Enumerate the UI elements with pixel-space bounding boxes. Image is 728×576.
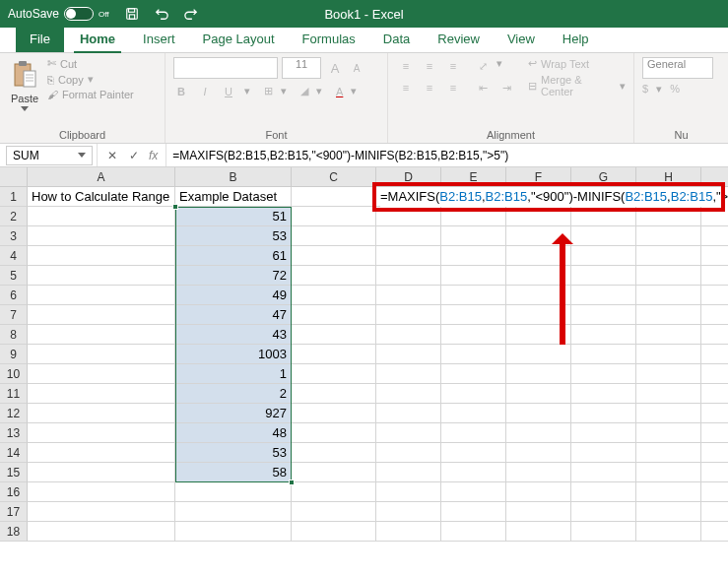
row-header-7[interactable]: 7 xyxy=(0,305,28,325)
cell-C8[interactable] xyxy=(292,325,376,345)
cell-I12[interactable] xyxy=(701,404,728,423)
percent-button[interactable]: % xyxy=(670,83,680,96)
cell-I10[interactable] xyxy=(701,364,728,384)
cell-E11[interactable] xyxy=(441,384,506,404)
select-all-corner[interactable] xyxy=(0,167,28,187)
cell-B2[interactable]: 51 xyxy=(175,207,292,226)
cell-F4[interactable] xyxy=(506,246,571,266)
cell-C11[interactable] xyxy=(292,384,376,404)
cell-E15[interactable] xyxy=(441,463,506,482)
cell-I6[interactable] xyxy=(701,286,728,305)
align-left-icon[interactable]: ≡ xyxy=(396,79,416,96)
copy-button[interactable]: ⎘Copy▾ xyxy=(47,73,134,86)
cell-D9[interactable] xyxy=(376,345,441,364)
cell-E9[interactable] xyxy=(441,345,506,364)
cell-E2[interactable] xyxy=(441,207,506,226)
cell-D5[interactable] xyxy=(376,266,441,286)
cell-B12[interactable]: 927 xyxy=(175,404,292,423)
cell-D16[interactable] xyxy=(376,482,441,502)
row-header-6[interactable]: 6 xyxy=(0,286,28,305)
save-icon[interactable] xyxy=(123,5,141,23)
formula-input[interactable]: =MAXIFS(B2:B15,B2:B15,"<900")-MINIFS(B2:… xyxy=(165,144,728,166)
cell-G16[interactable] xyxy=(571,482,636,502)
cell-B16[interactable] xyxy=(175,482,292,502)
align-center-icon[interactable]: ≡ xyxy=(420,79,439,96)
cell-H10[interactable] xyxy=(636,364,701,384)
cell-C17[interactable] xyxy=(292,502,376,522)
decrease-indent-icon[interactable]: ⇤ xyxy=(473,79,493,96)
toggle-switch[interactable] xyxy=(64,7,94,21)
redo-icon[interactable] xyxy=(182,5,200,23)
cell-H15[interactable] xyxy=(636,463,701,482)
tab-home[interactable]: Home xyxy=(66,28,129,52)
cell-I16[interactable] xyxy=(701,482,728,502)
cut-button[interactable]: ✄Cut xyxy=(47,57,134,70)
cell-A2[interactable] xyxy=(28,207,175,226)
spreadsheet-grid[interactable]: ABCDEFGHI 123456789101112131415161718 Ho… xyxy=(0,167,728,576)
col-header-g[interactable]: G xyxy=(571,167,636,187)
cell-D3[interactable] xyxy=(376,226,441,246)
enter-icon[interactable]: ✓ xyxy=(127,149,141,162)
row-header-8[interactable]: 8 xyxy=(0,325,28,345)
align-right-icon[interactable]: ≡ xyxy=(443,79,463,96)
cell-H8[interactable] xyxy=(636,325,701,345)
cell-E14[interactable] xyxy=(441,443,506,463)
row-header-11[interactable]: 11 xyxy=(0,384,28,404)
cell-H7[interactable] xyxy=(636,305,701,325)
cell-A4[interactable] xyxy=(28,246,175,266)
cell-C6[interactable] xyxy=(292,286,376,305)
row-header-10[interactable]: 10 xyxy=(0,364,28,384)
cell-D13[interactable] xyxy=(376,423,441,443)
cell-G10[interactable] xyxy=(571,364,636,384)
cell-D6[interactable] xyxy=(376,286,441,305)
cell-C1[interactable] xyxy=(292,187,376,207)
cell-G17[interactable] xyxy=(571,502,636,522)
cell-G15[interactable] xyxy=(571,463,636,482)
col-header-c[interactable]: C xyxy=(292,167,376,187)
cell-A16[interactable] xyxy=(28,482,175,502)
cell-B4[interactable]: 61 xyxy=(175,246,292,266)
cell-G18[interactable] xyxy=(571,522,636,542)
col-header-h[interactable]: H xyxy=(636,167,701,187)
cell-C16[interactable] xyxy=(292,482,376,502)
row-header-15[interactable]: 15 xyxy=(0,463,28,482)
cell-B10[interactable]: 1 xyxy=(175,364,292,384)
cell-A18[interactable] xyxy=(28,522,175,542)
cell-C2[interactable] xyxy=(292,207,376,226)
row-header-1[interactable]: 1 xyxy=(0,187,28,207)
cell-G8[interactable] xyxy=(571,325,636,345)
cell-G11[interactable] xyxy=(571,384,636,404)
selection-handle-tl[interactable] xyxy=(172,204,178,210)
tab-data[interactable]: Data xyxy=(369,28,424,52)
cell-E18[interactable] xyxy=(441,522,506,542)
row-header-12[interactable]: 12 xyxy=(0,404,28,423)
cell-F5[interactable] xyxy=(506,266,571,286)
align-top-icon[interactable]: ≡ xyxy=(396,57,416,75)
cell-A11[interactable] xyxy=(28,384,175,404)
cell-H4[interactable] xyxy=(636,246,701,266)
col-header-i[interactable]: I xyxy=(701,167,728,187)
cell-F18[interactable] xyxy=(506,522,571,542)
cell-H17[interactable] xyxy=(636,502,701,522)
decrease-font-icon[interactable]: A xyxy=(347,58,366,78)
cell-A9[interactable] xyxy=(28,345,175,364)
cell-G14[interactable] xyxy=(571,443,636,463)
merge-center-button[interactable]: ⊟Merge & Center▾ xyxy=(528,74,626,97)
fx-icon[interactable]: fx xyxy=(149,149,158,162)
align-bottom-icon[interactable]: ≡ xyxy=(443,57,463,75)
cell-B18[interactable] xyxy=(175,522,292,542)
cell-H3[interactable] xyxy=(636,226,701,246)
cell-B15[interactable]: 58 xyxy=(175,463,292,482)
cell-I3[interactable] xyxy=(701,226,728,246)
row-header-16[interactable]: 16 xyxy=(0,482,28,502)
cell-H5[interactable] xyxy=(636,266,701,286)
number-format-select[interactable]: General xyxy=(642,57,713,79)
cell-D1[interactable]: =MAXIFS(B2:B15,B2:B15,"<900")-MINIFS(B2:… xyxy=(376,187,441,207)
cell-H13[interactable] xyxy=(636,423,701,443)
cell-F6[interactable] xyxy=(506,286,571,305)
cell-B1[interactable]: Example Dataset xyxy=(175,187,292,207)
cell-D12[interactable] xyxy=(376,404,441,423)
cell-B7[interactable]: 47 xyxy=(175,305,292,325)
cell-C14[interactable] xyxy=(292,443,376,463)
tab-help[interactable]: Help xyxy=(549,28,603,52)
